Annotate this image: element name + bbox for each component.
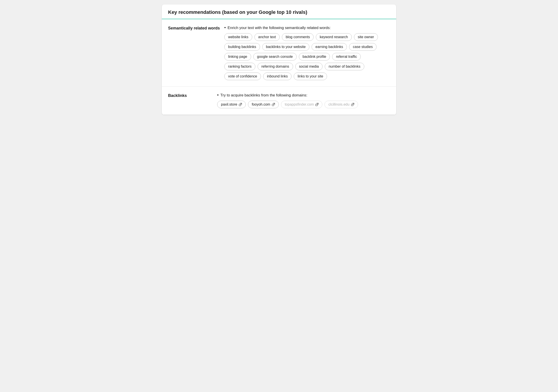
- card-header: Key recommendations (based on your Googl…: [162, 4, 396, 19]
- sections-container: Semantically related words•Enrich your t…: [162, 19, 396, 115]
- card-title: Key recommendations (based on your Googl…: [168, 9, 390, 15]
- tag-backlinks-2[interactable]: topappsfinder.com: [281, 101, 323, 108]
- tag-semantically-related-words-19: links to your site: [294, 73, 327, 80]
- tag-semantically-related-words-13: ranking factors: [224, 63, 255, 70]
- tag-text-backlinks-0: paxil.store: [221, 103, 237, 106]
- tag-semantically-related-words-7: earning backlinks: [312, 43, 347, 51]
- tag-semantically-related-words-12: referral traffic: [332, 53, 361, 61]
- external-link-icon: [239, 103, 242, 106]
- tag-semantically-related-words-8: case studies: [349, 43, 376, 51]
- tags-container-backlinks: paxil.store fooyoh.com topappsfinder.com…: [217, 101, 390, 108]
- tag-semantically-related-words-18: inbound links: [263, 73, 291, 80]
- bullet-text-backlinks: Try to acquire backlinks from the follow…: [220, 93, 307, 97]
- section-semantically-related-words: Semantically related words•Enrich your t…: [162, 19, 396, 87]
- tag-backlinks-1[interactable]: fooyoh.com: [248, 101, 279, 108]
- tag-semantically-related-words-4: site owner: [354, 33, 378, 41]
- tag-semantically-related-words-6: backlinks to your website: [262, 43, 310, 51]
- bullet-row-semantically-related-words: •Enrich your text with the following sem…: [224, 26, 390, 30]
- section-content-semantically-related-words: •Enrich your text with the following sem…: [224, 26, 390, 80]
- tag-semantically-related-words-16: number of backlinks: [325, 63, 364, 70]
- bullet-dot: •: [217, 93, 218, 97]
- bullet-dot: •: [224, 26, 226, 30]
- section-backlinks: Backlinks•Try to acquire backlinks from …: [162, 87, 396, 115]
- tag-text-backlinks-2: topappsfinder.com: [285, 103, 314, 106]
- external-link-icon: [315, 103, 319, 106]
- tag-semantically-related-words-5: building backlinks: [224, 43, 260, 51]
- tag-semantically-related-words-10: google search console: [253, 53, 297, 61]
- external-link-icon: [272, 103, 275, 106]
- external-link-icon: [351, 103, 354, 106]
- section-label-semantically-related-words: Semantically related words: [168, 26, 220, 80]
- tag-semantically-related-words-14: referring domains: [258, 63, 293, 70]
- tag-backlinks-0[interactable]: paxil.store: [217, 101, 246, 108]
- recommendations-card: Key recommendations (based on your Googl…: [162, 4, 396, 115]
- tag-text-backlinks-3: clcillinois.edu: [328, 103, 349, 106]
- tag-semantically-related-words-3: keyword research: [316, 33, 351, 41]
- tag-semantically-related-words-11: backlink profile: [299, 53, 330, 61]
- tag-text-backlinks-1: fooyoh.com: [252, 103, 270, 106]
- bullet-row-backlinks: •Try to acquire backlinks from the follo…: [217, 93, 390, 97]
- tag-backlinks-3[interactable]: clcillinois.edu: [324, 101, 358, 108]
- tag-semantically-related-words-9: linking page: [224, 53, 251, 61]
- tags-container-semantically-related-words: website linksanchor textblog commentskey…: [224, 33, 390, 80]
- tag-semantically-related-words-0: website links: [224, 33, 252, 41]
- tag-semantically-related-words-15: social media: [295, 63, 323, 70]
- section-label-backlinks: Backlinks: [168, 93, 213, 108]
- bullet-text-semantically-related-words: Enrich your text with the following sema…: [227, 26, 331, 30]
- section-content-backlinks: •Try to acquire backlinks from the follo…: [217, 93, 390, 108]
- tag-semantically-related-words-17: vote of confidence: [224, 73, 261, 80]
- tag-semantically-related-words-1: anchor text: [254, 33, 280, 41]
- tag-semantically-related-words-2: blog comments: [282, 33, 314, 41]
